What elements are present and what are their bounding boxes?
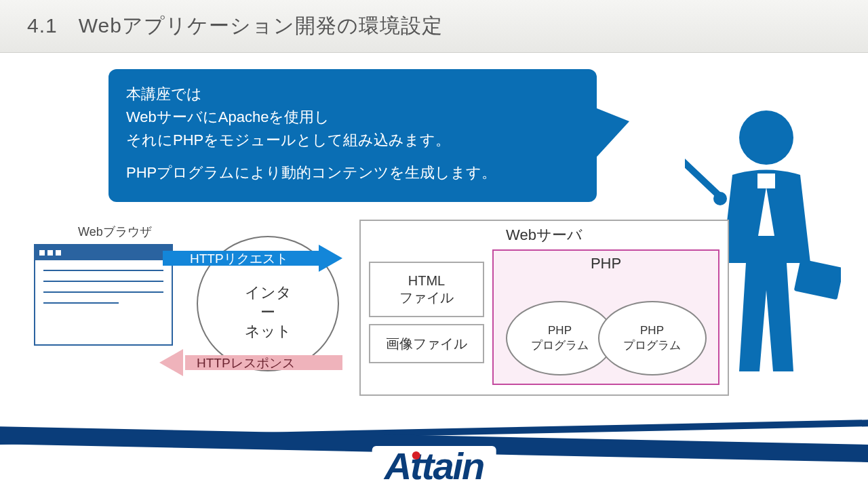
speech-bubble: 本講座では WebサーバにApacheを使用し それにPHPをモジュールとして組…	[108, 69, 597, 202]
http-request-arrow: HTTPリクエスト	[163, 247, 342, 270]
http-response-label: HTTPレスポンス	[197, 354, 295, 372]
image-file-box: 画像ファイル	[369, 324, 484, 363]
slide-header: 4.1 Webアプリケーション開発の環境設定	[0, 0, 868, 53]
web-server-box: Webサーバ HTML ファイル 画像ファイル PHP PHP プログラム PH…	[359, 220, 729, 396]
php-title: PHP	[494, 255, 718, 272]
bubble-line: WebサーバにApacheを使用し	[126, 106, 579, 129]
http-response-arrow: HTTPレスポンス	[159, 351, 342, 374]
html-file-box: HTML ファイル	[369, 262, 484, 317]
browser-icon	[34, 244, 173, 346]
php-program-oval: PHP プログラム	[598, 301, 707, 375]
http-request-label: HTTPリクエスト	[190, 250, 288, 268]
architecture-diagram: Webブラウザ インター ネット HTTPリクエスト HTTPレスポンス Web…	[37, 224, 756, 447]
php-module-box: PHP PHP プログラム PHP プログラム	[492, 249, 719, 385]
browser-titlebar-icon	[35, 245, 172, 260]
slide-canvas: 本講座では WebサーバにApacheを使用し それにPHPをモジュールとして組…	[0, 53, 868, 488]
server-title: Webサーバ	[369, 225, 719, 245]
browser-label: Webブラウザ	[78, 224, 152, 240]
slide-title: 4.1 Webアプリケーション開発の環境設定	[27, 12, 841, 40]
logo-dot-icon	[412, 451, 420, 460]
bubble-tail-icon	[592, 106, 629, 162]
bubble-line: PHPプログラムにより動的コンテンツを生成します。	[126, 161, 579, 184]
svg-rect-1	[757, 174, 775, 188]
brand-logo: Attain	[372, 446, 496, 485]
internet-label: インター ネット	[237, 283, 298, 342]
svg-point-0	[739, 110, 793, 165]
svg-line-2	[685, 138, 722, 199]
brand-logo-text: Attain	[384, 447, 484, 485]
svg-point-3	[713, 192, 727, 205]
svg-rect-4	[794, 259, 841, 300]
bubble-line: それにPHPをモジュールとして組み込みます。	[126, 129, 579, 152]
bubble-line: 本講座では	[126, 83, 579, 106]
